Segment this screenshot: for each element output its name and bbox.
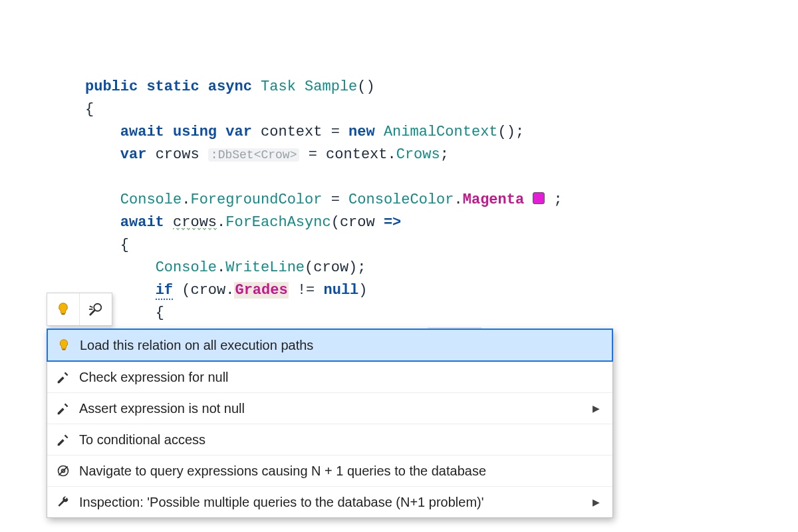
code-line: public static async Task Sample()	[85, 78, 375, 95]
menu-item-label: Check expression for null	[79, 370, 593, 385]
menu-item-navigate-nplus1[interactable]: Navigate to query expressions causing N …	[47, 455, 612, 486]
menu-item-label: Navigate to query expressions causing N …	[79, 464, 593, 479]
code-line: {	[85, 101, 94, 118]
hammer-icon	[47, 402, 79, 415]
menu-item-label: Inspection: 'Possible multiple queries t…	[79, 495, 593, 510]
code-line: var crows :DbSet<Crow> = context.Crows;	[85, 146, 449, 163]
code-line: await using var context = new AnimalCont…	[85, 124, 524, 140]
menu-item-label: Assert expression is not null	[79, 401, 593, 416]
code-line: Console.WriteLine(crow);	[85, 259, 366, 276]
color-swatch-icon	[533, 192, 545, 204]
hammer-icon	[47, 433, 79, 446]
quick-fix-toolbar[interactable]	[47, 293, 112, 326]
code-line: if (crow.Grades != null)	[85, 282, 368, 300]
menu-item-load-relation[interactable]: Load this relation on all execution path…	[47, 329, 613, 362]
code-line: {	[85, 237, 129, 253]
inline-hint: :DbSet<Crow>	[208, 148, 300, 162]
submenu-arrow-icon: ▶	[593, 497, 612, 507]
code-line: Console.ForegroundColor = ConsoleColor.M…	[85, 192, 563, 208]
menu-item-label: Load this relation on all execution path…	[80, 338, 592, 353]
lightbulb-icon[interactable]	[47, 293, 79, 325]
wrench-icon	[47, 495, 79, 509]
lightbulb-icon	[48, 338, 80, 352]
eye-off-icon	[47, 464, 79, 477]
menu-item-assert-not-null[interactable]: Assert expression is not null ▶	[47, 392, 612, 424]
quick-fix-menu: Load this relation on all execution path…	[47, 329, 613, 518]
hammer-icon	[47, 370, 79, 384]
submenu-arrow-icon: ▶	[593, 403, 612, 414]
menu-item-conditional-access[interactable]: To conditional access	[47, 424, 612, 455]
svg-line-4	[90, 306, 93, 307]
menu-item-inspection-nplus1[interactable]: Inspection: 'Possible multiple queries t…	[47, 486, 612, 517]
svg-line-8	[59, 466, 67, 475]
pencil-icon[interactable]	[80, 293, 112, 325]
code-editor[interactable]: public static async Task Sample() { awai…	[0, 0, 798, 347]
svg-line-2	[90, 311, 94, 315]
svg-rect-0	[61, 313, 65, 315]
menu-item-label: To conditional access	[79, 432, 593, 448]
svg-rect-5	[63, 349, 66, 350]
menu-item-check-null[interactable]: Check expression for null	[47, 361, 612, 392]
code-line: await crows.ForEachAsync(crow =>	[85, 214, 401, 231]
